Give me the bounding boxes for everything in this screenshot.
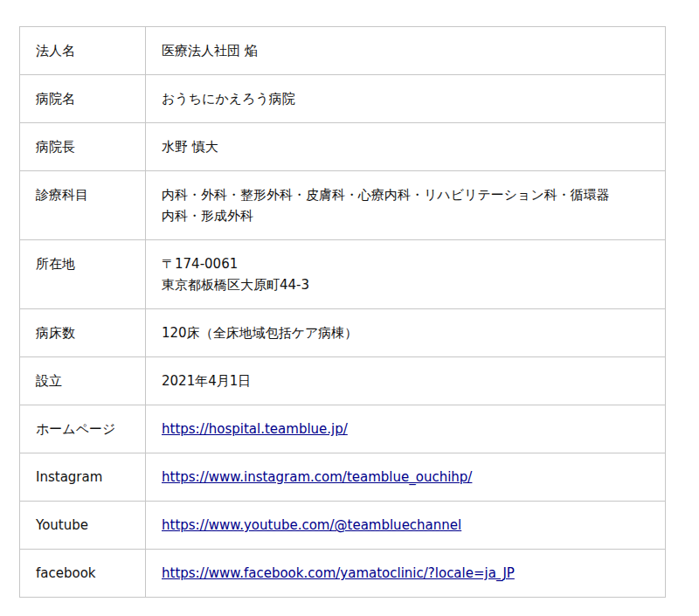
row-label-bed-count: 病床数 [20,309,146,357]
established-text: 2021年4月1日 [162,373,251,389]
facebook-link[interactable]: https://www.facebook.com/yamatoclinic/?l… [162,565,515,581]
departments-line-1: 内科・外科・整形外科・皮膚科・心療内科・リハビリテーション科・循環器 [162,187,610,203]
row-value-director: 水野 慎大 [146,123,666,171]
row-label-established: 設立 [20,357,146,405]
table-row-departments: 診療科目内科・外科・整形外科・皮膚科・心療内科・リハビリテーション科・循環器内科… [20,171,666,240]
table-row-youtube: Youtubehttps://www.youtube.com/@teamblue… [20,502,666,550]
bed-count-text: 120床（全床地域包括ケア病棟） [162,325,357,341]
director-text: 水野 慎大 [162,139,218,155]
table-row-instagram: Instagramhttps://www.instagram.com/teamb… [20,453,666,502]
row-value-bed-count: 120床（全床地域包括ケア病棟） [146,309,666,357]
row-label-facebook: facebook [20,550,146,598]
row-label-address: 所在地 [20,240,146,309]
address-line-1: 〒174-0061 [162,256,238,272]
table-row-corporate-name: 法人名医療法人社団 焔 [20,27,666,75]
departments-line-2: 内科・形成外科 [162,208,253,224]
row-value-homepage: https://hospital.teamblue.jp/ [146,405,666,453]
homepage-link[interactable]: https://hospital.teamblue.jp/ [162,421,348,437]
row-label-hospital-name: 病院名 [20,75,146,123]
hospital-name-text: おうちにかえろう病院 [162,91,295,107]
address-line-2: 東京都板橋区大原町44-3 [162,277,309,293]
table-row-homepage: ホームページhttps://hospital.teamblue.jp/ [20,405,666,453]
table-row-facebook: facebookhttps://www.facebook.com/yamatoc… [20,550,666,598]
row-label-instagram: Instagram [20,453,146,502]
corporate-name-text: 医療法人社団 焔 [162,43,258,59]
row-value-established: 2021年4月1日 [146,357,666,405]
row-value-facebook: https://www.facebook.com/yamatoclinic/?l… [146,550,666,598]
youtube-link[interactable]: https://www.youtube.com/@teambluechannel [162,517,461,533]
instagram-link[interactable]: https://www.instagram.com/teamblue_ouchi… [162,469,472,485]
table-row-established: 設立2021年4月1日 [20,357,666,405]
row-label-director: 病院長 [20,123,146,171]
row-label-departments: 診療科目 [20,171,146,240]
table-row-director: 病院長水野 慎大 [20,123,666,171]
row-value-instagram: https://www.instagram.com/teamblue_ouchi… [146,453,666,502]
row-label-corporate-name: 法人名 [20,27,146,75]
table-row-bed-count: 病床数120床（全床地域包括ケア病棟） [20,309,666,357]
row-value-departments: 内科・外科・整形外科・皮膚科・心療内科・リハビリテーション科・循環器内科・形成外… [146,171,666,240]
row-value-youtube: https://www.youtube.com/@teambluechannel [146,502,666,550]
row-label-youtube: Youtube [20,502,146,550]
row-value-address: 〒174-0061東京都板橋区大原町44-3 [146,240,666,309]
row-value-corporate-name: 医療法人社団 焔 [146,27,666,75]
table-row-hospital-name: 病院名おうちにかえろう病院 [20,75,666,123]
hospital-info-table-body: 法人名医療法人社団 焔病院名おうちにかえろう病院病院長水野 慎大診療科目内科・外… [20,27,666,598]
row-value-hospital-name: おうちにかえろう病院 [146,75,666,123]
table-row-address: 所在地〒174-0061東京都板橋区大原町44-3 [20,240,666,309]
row-label-homepage: ホームページ [20,405,146,453]
hospital-info-table: 法人名医療法人社団 焔病院名おうちにかえろう病院病院長水野 慎大診療科目内科・外… [19,26,666,598]
